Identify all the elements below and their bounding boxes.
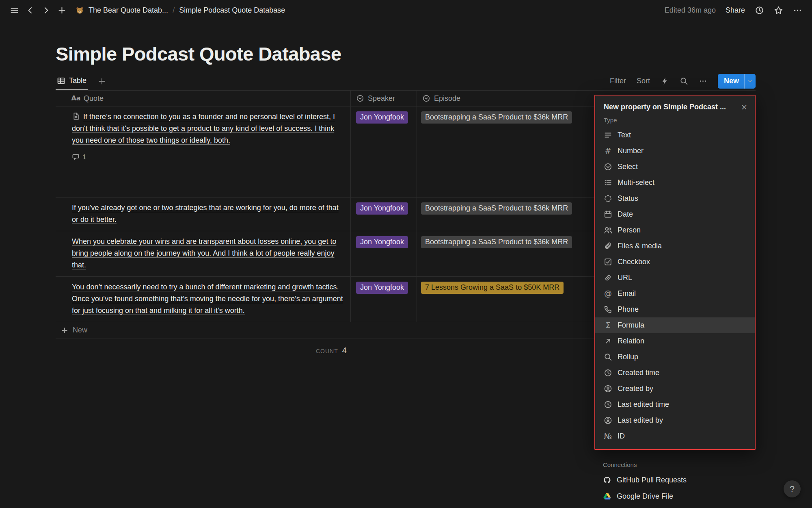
property-type-multi-select[interactable]: Multi-select	[595, 175, 755, 191]
speaker-badge[interactable]: Jon Yongfook	[356, 202, 408, 215]
search-icon[interactable]	[680, 77, 688, 85]
property-type-select[interactable]: Select	[595, 159, 755, 175]
notion-app: { "colors": { "accent": "#2383e2", "high…	[0, 0, 812, 508]
episode-cell[interactable]: 7 Lessons Growing a SaaS to $50K MRR	[417, 277, 594, 322]
forward-icon[interactable]	[41, 6, 51, 15]
breadcrumb-current[interactable]: Simple Podcast Quote Database	[179, 6, 285, 15]
property-type-label: Phone	[618, 305, 639, 314]
multi-select-icon	[604, 178, 612, 187]
episode-badge[interactable]: Bootstrapping a SaaS Product to $36k MRR	[421, 202, 572, 215]
speaker-cell[interactable]: Jon Yongfook	[350, 231, 417, 276]
new-row-label: New	[73, 326, 87, 334]
property-type-last-edited-by[interactable]: Last edited by	[595, 412, 755, 428]
property-type-label: Date	[618, 210, 633, 219]
column-header-speaker[interactable]: Speaker	[350, 91, 417, 106]
new-record-button[interactable]: New	[718, 74, 756, 89]
bear-emoji-icon	[76, 6, 84, 15]
column-header-quote[interactable]: AaQuote	[56, 91, 350, 106]
quote-cell[interactable]: If there’s no connection to you as a fou…	[56, 106, 350, 197]
episode-badge[interactable]: 7 Lessons Growing a SaaS to $50K MRR	[421, 282, 564, 294]
property-type-date[interactable]: Date	[595, 206, 755, 222]
property-type-number[interactable]: #Number	[595, 143, 755, 159]
property-type-email[interactable]: @Email	[595, 286, 755, 302]
property-type-text[interactable]: Text	[595, 127, 755, 143]
episode-cell[interactable]: Bootstrapping a SaaS Product to $36k MRR	[417, 231, 594, 276]
episode-cell[interactable]: Bootstrapping a SaaS Product to $36k MRR	[417, 198, 594, 231]
new-page-icon[interactable]	[57, 6, 67, 15]
property-type-last-edited-time[interactable]: Last edited time	[595, 397, 755, 412]
property-type-person[interactable]: Person	[595, 222, 755, 238]
property-type-label: Number	[618, 147, 644, 155]
filter-button[interactable]: Filter	[610, 77, 626, 85]
connection-google-drive-file[interactable]: Google Drive File	[594, 488, 756, 504]
new-record-dropdown[interactable]	[744, 74, 756, 89]
speaker-cell[interactable]: Jon Yongfook	[350, 198, 417, 231]
connection-label: GitHub Pull Requests	[617, 476, 687, 484]
rollup-icon	[604, 353, 612, 361]
quote-cell[interactable]: If you've already got one or two strateg…	[56, 198, 350, 231]
property-type-label: Rollup	[618, 353, 638, 361]
property-type-label: Files & media	[618, 242, 662, 250]
number-icon: #	[604, 147, 612, 155]
property-type-phone[interactable]: Phone	[595, 302, 755, 317]
tab-table[interactable]: Table	[56, 72, 88, 90]
property-type-label: ID	[618, 432, 625, 441]
quote-text[interactable]: When you celebrate your wins and are tra…	[72, 237, 336, 269]
history-clock-icon[interactable]	[755, 6, 764, 15]
more-options-icon[interactable]	[793, 6, 802, 15]
speaker-cell[interactable]: Jon Yongfook	[350, 277, 417, 322]
episode-cell[interactable]: Bootstrapping a SaaS Product to $36k MRR	[417, 106, 594, 197]
favorite-star-icon[interactable]	[774, 6, 783, 15]
comment-indicator[interactable]: 1	[72, 151, 344, 163]
property-type-checkbox[interactable]: Checkbox	[595, 254, 755, 270]
new-record-label[interactable]: New	[718, 74, 744, 89]
select-icon	[356, 94, 364, 102]
property-type-rollup[interactable]: Rollup	[595, 349, 755, 365]
quote-text[interactable]: You don’t necessarily need to try a bunc…	[72, 283, 343, 315]
property-type-files-media[interactable]: Files & media	[595, 238, 755, 254]
property-type-relation[interactable]: Relation	[595, 333, 755, 349]
property-type-id[interactable]: №ID	[595, 428, 755, 444]
property-type-label: URL	[618, 274, 632, 282]
user-circle-icon	[604, 384, 612, 393]
quote-cell[interactable]: When you celebrate your wins and are tra…	[56, 231, 350, 276]
property-type-created-time[interactable]: Created time	[595, 365, 755, 381]
help-button[interactable]: ?	[784, 480, 801, 497]
property-type-status[interactable]: Status	[595, 191, 755, 206]
column-header-label: Speaker	[368, 94, 395, 103]
column-header-episode[interactable]: Episode	[417, 91, 594, 106]
connections-section: Connections GitHub Pull RequestsGoogle D…	[594, 450, 756, 504]
back-icon[interactable]	[26, 6, 35, 15]
quote-text[interactable]: If you've already got one or two strateg…	[72, 204, 339, 224]
speaker-cell[interactable]: Jon Yongfook	[350, 106, 417, 197]
close-icon[interactable]: ×	[739, 102, 749, 112]
table-view-icon	[57, 76, 65, 85]
table-row: When you celebrate your wins and are tra…	[56, 231, 594, 277]
relation-icon	[604, 337, 612, 345]
episode-badge[interactable]: Bootstrapping a SaaS Product to $36k MRR	[421, 111, 572, 124]
speaker-badge[interactable]: Jon Yongfook	[356, 111, 408, 124]
sort-button[interactable]: Sort	[637, 77, 650, 85]
connection-github-pull-requests[interactable]: GitHub Pull Requests	[594, 472, 756, 488]
episode-badge[interactable]: Bootstrapping a SaaS Product to $36k MRR	[421, 236, 572, 248]
date-icon	[604, 210, 612, 219]
add-view-icon[interactable]	[97, 77, 106, 86]
property-type-url[interactable]: URL	[595, 270, 755, 286]
speaker-badge[interactable]: Jon Yongfook	[356, 236, 408, 248]
share-button[interactable]: Share	[726, 6, 745, 15]
property-type-formula[interactable]: ΣFormula	[595, 317, 755, 333]
quote-text[interactable]: If there’s no connection to you as a fou…	[72, 113, 335, 144]
speaker-badge[interactable]: Jon Yongfook	[356, 282, 408, 294]
count-footer: COUNT 4	[56, 339, 594, 355]
property-type-created-by[interactable]: Created by	[595, 381, 755, 397]
help-label: ?	[790, 484, 795, 494]
checkbox-icon	[604, 258, 612, 266]
breadcrumb-parent[interactable]: The Bear Quote Datab...	[89, 6, 168, 15]
property-type-label: Created time	[618, 369, 659, 377]
quote-cell[interactable]: You don’t necessarily need to try a bunc…	[56, 277, 350, 322]
person-icon	[604, 226, 612, 234]
hamburger-icon[interactable]	[10, 6, 19, 15]
view-options-dots-icon[interactable]	[699, 77, 707, 85]
new-row-button[interactable]: New	[56, 322, 594, 339]
automations-lightning-icon[interactable]	[661, 77, 669, 85]
